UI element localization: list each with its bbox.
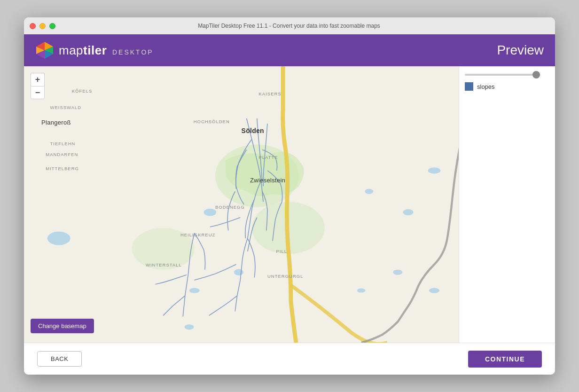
logo-brand-bold: tiler (83, 43, 107, 57)
bottom-bar: BACK CONTINUE (24, 343, 555, 375)
main-content: + − (24, 66, 555, 375)
legend-item-slopes: slopes (465, 82, 549, 91)
svg-point-13 (189, 288, 200, 293)
map-legend-area: + − (24, 66, 555, 343)
logo-brand: map (59, 43, 83, 57)
svg-point-9 (365, 189, 373, 194)
svg-point-4 (132, 228, 195, 270)
app-window: MapTiler Desktop Free 11.1 - Convert you… (24, 17, 555, 375)
logo-area: maptiler DESKTOP (35, 41, 154, 60)
logo-icon (35, 41, 54, 60)
logo-desktop: DESKTOP (112, 48, 154, 56)
logo-text: maptiler DESKTOP (59, 43, 154, 58)
svg-point-14 (428, 167, 441, 173)
svg-point-15 (185, 324, 194, 329)
change-basemap-button[interactable]: Change basemap (31, 319, 94, 333)
back-button[interactable]: BACK (37, 351, 82, 367)
map-container[interactable]: + − (24, 66, 459, 343)
app-header: maptiler DESKTOP Preview (24, 34, 555, 66)
svg-point-12 (357, 289, 366, 293)
continue-button[interactable]: CONTINUE (468, 351, 542, 368)
preview-label: Preview (497, 43, 544, 58)
opacity-slider-container (465, 74, 549, 76)
opacity-slider[interactable] (465, 74, 540, 76)
zoom-controls: + − (31, 73, 45, 99)
map-svg (24, 66, 459, 343)
titlebar: MapTiler Desktop Free 11.1 - Convert you… (24, 17, 555, 34)
svg-point-10 (393, 270, 402, 275)
legend-panel: slopes (459, 66, 555, 343)
legend-label-slopes: slopes (477, 83, 495, 90)
svg-point-5 (47, 232, 70, 245)
svg-point-11 (429, 288, 439, 293)
legend-color-slopes (465, 82, 473, 91)
svg-point-7 (234, 269, 243, 275)
svg-point-6 (204, 209, 217, 216)
svg-point-8 (403, 209, 413, 215)
zoom-in-button[interactable]: + (31, 73, 45, 86)
zoom-out-button[interactable]: − (31, 86, 45, 99)
window-title: MapTiler Desktop Free 11.1 - Convert you… (29, 23, 549, 29)
